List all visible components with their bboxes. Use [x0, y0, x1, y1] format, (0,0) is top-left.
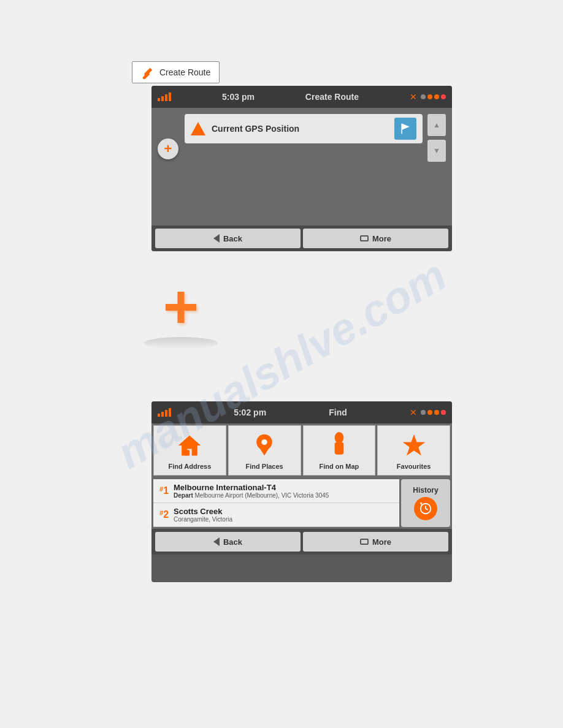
history-number-1: #1 [159, 485, 169, 496]
flag-icon [399, 123, 412, 135]
dot-4 [441, 94, 446, 99]
gps-position-row[interactable]: Current GPS Position [185, 114, 423, 143]
create-route-screen: 5:03 pm Create Route ✕ + Current GPS Pos… [151, 86, 452, 251]
s2-dot-1 [421, 410, 426, 415]
svg-rect-11 [337, 439, 341, 442]
s2-cross-icon: ✕ [410, 408, 417, 417]
history-icon [414, 497, 437, 520]
back-button-screen1[interactable]: Back [155, 229, 301, 248]
favourites-button[interactable]: Favourites [377, 425, 450, 476]
chevron-down-icon: ▼ [433, 146, 440, 155]
signal-bar-3 [165, 94, 167, 101]
header-dots [421, 94, 446, 99]
find-places-label: Find Places [246, 463, 283, 470]
find-screen: 5:02 pm Find ✕ Find Address [151, 401, 452, 582]
cross-icon: ✕ [410, 92, 417, 102]
screen2-footer: Back More [151, 529, 452, 555]
create-route-button-container: Create Route [132, 61, 220, 83]
back-button-screen2[interactable]: Back [155, 532, 301, 552]
svg-marker-7 [259, 447, 270, 456]
more-button-screen2[interactable]: More [303, 532, 448, 552]
flag-button[interactable] [394, 118, 416, 140]
screen1-body: + Current GPS Position ▲ ▼ [151, 108, 452, 226]
back-label-screen1: Back [223, 234, 242, 243]
star-icon [400, 432, 427, 459]
find-address-label: Find Address [168, 463, 211, 470]
screen2-header-icons: ✕ [410, 408, 446, 417]
pin-icon [251, 432, 278, 459]
back-arrow-icon-s2 [213, 537, 220, 546]
big-plus-symbol: + [163, 276, 199, 337]
back-label-screen2: Back [223, 537, 242, 547]
scroll-down-button[interactable]: ▼ [427, 140, 446, 162]
scroll-buttons: ▲ ▼ [427, 114, 446, 162]
s2-dot-4 [441, 410, 446, 415]
screen1-footer: Back More [151, 226, 452, 251]
history-item-1-subtitle: Depart Melbourne Airport (Melbourne), VI… [174, 492, 393, 499]
history-panel-label: History [413, 486, 438, 495]
history-item-1-subtitle-bold: Depart [174, 492, 193, 499]
find-places-button[interactable]: Find Places [228, 425, 301, 476]
svg-rect-10 [335, 442, 344, 455]
svg-rect-2 [401, 124, 402, 134]
big-plus-container: + [132, 276, 230, 362]
history-item-2-subtitle: Corangamite, Victoria [174, 516, 393, 523]
s2-dot-3 [434, 410, 439, 415]
more-icon-s2 [360, 539, 369, 545]
signal-bar-2 [161, 96, 164, 101]
create-route-label: Create Route [159, 67, 210, 77]
svg-marker-3 [402, 124, 410, 130]
history-item-2-title: Scotts Creek [174, 507, 393, 516]
create-route-button[interactable]: Create Route [132, 61, 220, 83]
signal-bar-4 [169, 93, 171, 101]
screen2-header: 5:02 pm Find ✕ [151, 401, 452, 423]
signal-bars [158, 93, 171, 101]
screen1-time: 5:03 pm [222, 92, 255, 102]
more-button-screen1[interactable]: More [303, 229, 448, 248]
house-icon [176, 432, 203, 459]
history-panel[interactable]: History [401, 479, 450, 527]
s2-signal-bar-3 [165, 410, 167, 417]
screen2-time: 5:02 pm [234, 408, 266, 417]
finger-icon [326, 432, 353, 459]
svg-point-8 [262, 439, 267, 445]
history-item-2-content: Scotts Creek Corangamite, Victoria [174, 507, 393, 523]
gps-arrow-icon [191, 122, 205, 135]
s2-signal-bar-1 [158, 414, 160, 417]
chevron-up-icon: ▲ [433, 121, 440, 129]
favourites-label: Favourites [397, 463, 431, 470]
find-grid: Find Address Find Places Find on Map [151, 423, 452, 477]
history-item-1-title: Melbourne International-T4 [174, 483, 393, 492]
history-item-1-subtitle-text: Melbourne Airport (Melbourne), VIC Victo… [193, 492, 329, 499]
find-on-map-button[interactable]: Find on Map [303, 425, 376, 476]
gps-position-label: Current GPS Position [212, 124, 388, 134]
history-list: #1 Melbourne International-T4 Depart Mel… [153, 479, 399, 527]
history-item-1-content: Melbourne International-T4 Depart Melbou… [174, 483, 393, 499]
history-item-1[interactable]: #1 Melbourne International-T4 Depart Mel… [153, 479, 399, 503]
more-label-screen2: More [372, 537, 391, 547]
add-stop-button[interactable]: + [158, 138, 178, 159]
svg-rect-5 [185, 450, 190, 455]
history-number-2: #2 [159, 509, 169, 520]
s2-signal-bar-2 [161, 412, 164, 417]
history-section: #1 Melbourne International-T4 Depart Mel… [151, 477, 452, 529]
svg-marker-12 [402, 434, 425, 456]
pencil-icon [141, 66, 155, 79]
more-label-screen1: More [372, 234, 391, 243]
s2-header-dots [421, 410, 446, 415]
history-item-2[interactable]: #2 Scotts Creek Corangamite, Victoria [153, 503, 399, 527]
screen1-header-icons: ✕ [410, 92, 446, 102]
s2-signal-bar-4 [169, 408, 171, 417]
s2-dot-2 [427, 410, 432, 415]
screen2-title: Find [329, 408, 347, 417]
screen1-header: 5:03 pm Create Route ✕ [151, 86, 452, 108]
screen2-signal-bars [158, 408, 171, 417]
screen1-content: Current GPS Position [185, 114, 423, 143]
signal-bar-1 [158, 98, 160, 101]
more-icon-screen1 [360, 235, 369, 241]
dot-3 [434, 94, 439, 99]
find-address-button[interactable]: Find Address [153, 425, 226, 476]
find-on-map-label: Find on Map [319, 463, 359, 470]
scroll-up-button[interactable]: ▲ [427, 114, 446, 136]
dot-1 [421, 94, 426, 99]
